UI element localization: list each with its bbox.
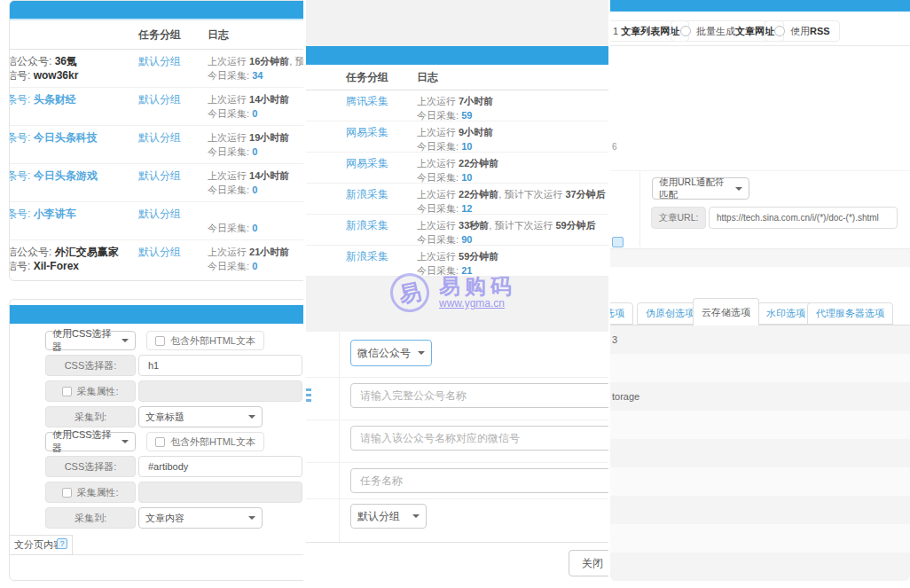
log-run-line: 上次运行 9小时前 — [417, 125, 608, 139]
tab-option-0[interactable]: 选项 — [610, 302, 633, 325]
card-header-bar — [10, 305, 303, 324]
account-name[interactable]: 头条财经 — [34, 93, 76, 106]
tab-option-3[interactable]: 水印选项 — [757, 302, 814, 325]
storage-list-row — [610, 467, 910, 496]
account-name[interactable]: 小李讲车 — [34, 208, 76, 220]
log-today-line: 今日采集: 10 — [417, 139, 608, 153]
log-today-line: 今日采集: 0 — [208, 259, 303, 273]
log-run-line: 上次运行 22分钟前 — [417, 156, 608, 170]
table-row: 新浪采集上次运行 59分钟前今日采集: 21 — [306, 246, 608, 277]
gray-separator-band — [610, 249, 910, 267]
today-label: 今日采集: — [208, 70, 252, 81]
group-cell: 默认分组 — [138, 169, 208, 197]
log-text: 22分钟前 — [459, 158, 498, 169]
group-select[interactable]: 默认分组 — [350, 504, 427, 529]
radio-label-bold: RSS — [810, 26, 830, 36]
group-link[interactable]: 默认分组 — [138, 208, 181, 220]
tab-option-4[interactable]: 代理服务器选项 — [807, 302, 893, 325]
log-text: 21小时前 — [249, 247, 289, 257]
radio-icon[interactable] — [680, 26, 691, 36]
collect-to-select[interactable]: 文章标题 — [138, 406, 263, 427]
top-gray-area — [306, 0, 608, 46]
log-today-line: 今日采集: 0 — [208, 221, 303, 235]
group-link[interactable]: 默认分组 — [138, 55, 181, 67]
group-link[interactable]: 默认分组 — [138, 131, 181, 144]
collect-attr-row: 采集属性: — [45, 482, 302, 503]
log-text: 7小时前 — [459, 96, 493, 106]
group-link[interactable]: 网易采集 — [346, 157, 388, 169]
table-row: 新浪采集上次运行 22分钟前, 预计下次运行 37分钟后今日采集: 12 — [306, 184, 608, 215]
css-selector-input[interactable]: #artibody — [138, 456, 302, 477]
watermark-url-link[interactable]: www.ygma.cn — [439, 297, 516, 310]
collect-attr-label-box: 采集属性: — [45, 380, 136, 402]
log-cell: 上次运行 22分钟前今日采集: 10 — [417, 156, 608, 184]
card-header-bar — [610, 0, 910, 12]
account-type-value: 微信公众号 — [357, 346, 411, 361]
css-selector-input[interactable]: h1 — [138, 355, 302, 376]
group-link[interactable]: 新浪采集 — [346, 250, 388, 263]
checkbox-icon[interactable] — [155, 336, 165, 346]
today-count: 0 — [252, 223, 257, 233]
watermark: 易 易购码 www.ygma.cn — [390, 273, 516, 312]
table-row: 微信公众号: 36氪微信号: wow36kr默认分组上次运行 16分钟前, 预计… — [10, 50, 303, 88]
log-run-line: 上次运行 19小时前 — [208, 130, 303, 145]
group-link[interactable]: 默认分组 — [138, 93, 181, 106]
group-cell: 默认分组 — [138, 92, 208, 121]
cut-text-fragment: 6 — [612, 142, 617, 152]
group-link[interactable]: 腾讯采集 — [346, 95, 388, 107]
account-name[interactable]: 今日头条科技 — [34, 131, 98, 144]
wechat-id-value: wow36kr — [34, 69, 79, 82]
group-link[interactable]: 默认分组 — [138, 246, 181, 258]
wechat-id-input[interactable] — [350, 426, 608, 451]
radio-icon[interactable] — [774, 26, 785, 36]
collect-attr-input[interactable] — [138, 482, 302, 503]
divider — [306, 377, 608, 378]
today-count: 0 — [252, 146, 257, 157]
tabs-bottom-border — [610, 325, 910, 325]
radio-option-use-rss[interactable]: 使用 RSS — [765, 20, 840, 42]
collect-attr-label-box: 采集属性: — [45, 482, 136, 503]
collect-to-select[interactable]: 文章内容 — [138, 507, 263, 529]
selector-mode-value: 使用CSS选择器 — [52, 428, 114, 455]
chevron-down-icon — [418, 351, 425, 355]
account-type-label: 头条号: — [9, 93, 34, 106]
log-text: 9小时前 — [459, 127, 493, 137]
account-title: 头条号: 今日头条游戏 — [9, 169, 138, 183]
tab-cloud-storage[interactable]: 云存储选项 — [693, 298, 759, 325]
group-link[interactable]: 默认分组 — [138, 169, 181, 182]
group-cell: 默认分组 — [138, 130, 208, 159]
task-name-input[interactable] — [350, 468, 608, 493]
checkbox-icon[interactable] — [155, 437, 165, 447]
url-match-mode-select[interactable]: 使用URL通配符匹配 — [652, 177, 749, 200]
account-name[interactable]: 今日头条游戏 — [34, 169, 98, 182]
selector-mode-select[interactable]: 使用CSS选择器 — [45, 331, 136, 350]
account-cell: 头条号: 头条财经 — [9, 92, 138, 121]
checkbox-icon[interactable] — [62, 488, 72, 498]
storage-list-row — [610, 553, 910, 581]
collect-attr-label: 采集属性: — [76, 385, 118, 398]
log-text: 上次运行 — [208, 132, 249, 143]
storage-list-row — [610, 354, 910, 382]
account-type-select[interactable]: 微信公众号 — [350, 340, 432, 366]
account-type-label: 头条号: — [9, 169, 34, 182]
help-icon[interactable]: ? — [57, 538, 67, 549]
collect-to-row: 采集到:文章内容 — [45, 507, 302, 529]
group-link[interactable]: 新浪采集 — [346, 219, 388, 231]
css-selector-label: CSS选择器: — [45, 355, 136, 376]
log-run-line: 上次运行 33秒前, 预计下次运行 59分钟后 — [417, 218, 608, 232]
group-link[interactable]: 网易采集 — [346, 126, 388, 138]
close-button[interactable]: 关闭 — [569, 550, 608, 576]
group-link[interactable]: 新浪采集 — [346, 188, 388, 200]
article-url-input[interactable] — [709, 207, 898, 229]
log-text: 16分钟前 — [249, 56, 289, 67]
table-row: 新浪采集上次运行 33秒前, 预计下次运行 59分钟后今日采集: 90 — [306, 215, 608, 246]
selector-mode-select[interactable]: 使用CSS选择器 — [45, 432, 136, 451]
collect-attr-input[interactable] — [138, 380, 302, 402]
table-row: 腾讯采集上次运行 7小时前今日采集: 59 — [306, 90, 608, 122]
checkbox-icon[interactable] — [62, 387, 72, 396]
today-label: 今日采集: — [208, 223, 252, 233]
log-cell: 上次运行 14小时前今日采集: 0 — [208, 169, 303, 197]
log-run-line: 上次运行 7小时前 — [417, 94, 608, 108]
log-text: 上次运行 — [417, 127, 459, 137]
account-name-input[interactable] — [350, 383, 608, 408]
